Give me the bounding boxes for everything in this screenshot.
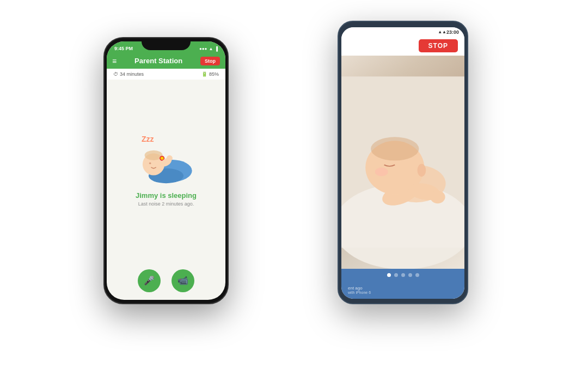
camera-button[interactable]: 📹 xyxy=(171,269,194,292)
baby-photo-svg xyxy=(341,56,464,269)
iphone-screen: 9:45 PM ●●● ▲ ▐ ≡ Parent Station Stop ⏱ … xyxy=(107,41,225,300)
iphone-battery-icon: ▐ xyxy=(215,46,218,51)
android-phone: ▲▲ 23:00 STOP xyxy=(338,21,468,304)
iphone-baby-status: Jimmy is sleeping xyxy=(136,191,197,200)
android-screen: ▲▲ 23:00 STOP xyxy=(341,27,464,299)
pagination-dot-1[interactable] xyxy=(387,273,391,277)
iphone-notch xyxy=(142,38,191,50)
iphone-time: 9:45 PM xyxy=(114,46,133,51)
clock-icon: ⏱ xyxy=(113,71,118,77)
microphone-button[interactable]: 🎤 xyxy=(138,269,161,292)
android-signal-icons: ▲▲ xyxy=(438,29,446,34)
camera-icon: 📹 xyxy=(177,275,188,286)
iphone-phone: 9:45 PM ●●● ▲ ▐ ≡ Parent Station Stop ⏱ … xyxy=(103,37,229,304)
iphone-content: Zzz xyxy=(107,80,225,262)
pagination-dot-5[interactable] xyxy=(415,273,419,277)
pagination-dot-4[interactable] xyxy=(408,273,412,277)
android-header: STOP xyxy=(341,37,464,56)
android-signal-icon: ▲▲ xyxy=(438,29,446,34)
microphone-icon: 🎤 xyxy=(144,275,155,286)
iphone-signal-icon: ●●● xyxy=(199,46,207,51)
svg-rect-10 xyxy=(341,76,464,248)
svg-point-21 xyxy=(167,155,173,161)
battery-icon: 🔋 xyxy=(201,71,207,77)
android-bottom-bar: ent ago with iPhone 6 xyxy=(341,281,464,299)
android-device-text: with iPhone 6 xyxy=(348,291,458,294)
iphone-status-icons: ●●● ▲ ▐ xyxy=(199,46,218,51)
android-status-bar: ▲▲ 23:00 xyxy=(341,27,464,37)
iphone-duration: ⏱ 34 minutes xyxy=(113,71,144,77)
baby-illustration: Zzz xyxy=(136,135,196,184)
baby-svg xyxy=(136,143,196,184)
iphone-last-noise: Last noise 2 minutes ago. xyxy=(138,201,194,207)
iphone-bottom-buttons: 🎤 📹 xyxy=(107,262,225,300)
hamburger-icon[interactable]: ≡ xyxy=(112,57,117,65)
svg-point-19 xyxy=(161,156,164,160)
iphone-info-bar: ⏱ 34 minutes 🔋 85% xyxy=(107,69,225,80)
svg-point-15 xyxy=(149,162,151,164)
android-time: 23:00 xyxy=(446,29,459,35)
pagination-dot-3[interactable] xyxy=(401,273,405,277)
scene: ▲▲ 23:00 STOP xyxy=(103,21,485,348)
pagination-dot-2[interactable] xyxy=(394,273,398,277)
iphone-battery-level: 🔋 85% xyxy=(201,71,219,77)
android-camera-view xyxy=(341,56,464,269)
iphone-wifi-icon: ▲ xyxy=(209,46,213,51)
android-pagination xyxy=(341,269,464,281)
iphone-app-title: Parent Station xyxy=(134,57,182,65)
android-stop-button[interactable]: STOP xyxy=(419,39,458,52)
zzz-text: Zzz xyxy=(142,135,154,143)
iphone-header: ≡ Parent Station Stop xyxy=(107,55,225,69)
iphone-stop-button[interactable]: Stop xyxy=(200,57,220,65)
android-recent-text: ent ago xyxy=(348,286,458,291)
